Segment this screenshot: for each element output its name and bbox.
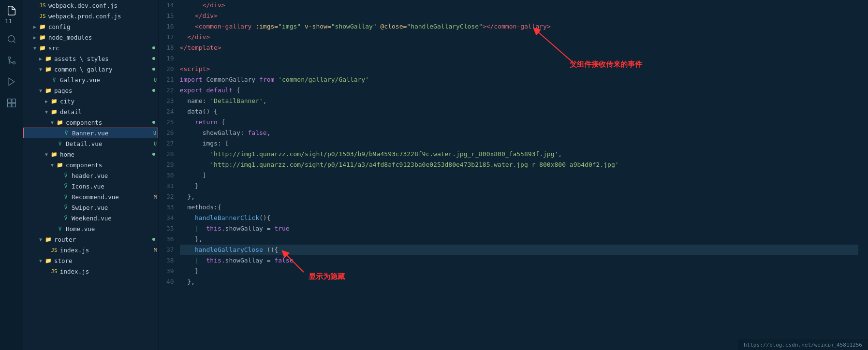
chevron-placeholder — [54, 204, 62, 211]
vue-icon: V̈ — [56, 225, 64, 233]
chevron-placeholder — [54, 172, 62, 179]
sidebar-item-detail[interactable]: ▼ 📁 detail — [23, 106, 158, 117]
sidebar-item-icons-vue[interactable]: V̈ Icons.vue — [23, 181, 158, 191]
sidebar-item-swiper-vue[interactable]: V̈ Swiper.vue — [23, 202, 158, 213]
sidebar-item-components-home[interactable]: ▼ 📁 components — [23, 160, 158, 170]
vue-icon: V̈ — [62, 172, 70, 179]
files-icon[interactable] — [5, 4, 18, 17]
sidebar-item-label: components — [66, 119, 152, 126]
code-line: <common-gallary :imgs="imgs" v-show="sho… — [180, 21, 858, 32]
folder-icon: 📁 — [44, 235, 52, 243]
modified-dot — [152, 46, 155, 49]
folder-icon: 📁 — [44, 65, 52, 73]
folder-icon: 📁 — [39, 44, 46, 52]
code-line: 'http://img1.qunarzz.com/sight/p0/1411/a… — [180, 160, 858, 170]
code-line: data() { — [180, 106, 858, 117]
modified-dot — [152, 121, 155, 124]
vue-icon: V̈ — [62, 193, 70, 201]
chevron-placeholder — [48, 140, 56, 147]
badge-m: M — [152, 194, 158, 200]
folder-icon: 📁 — [39, 33, 46, 41]
chevron-placeholder — [43, 246, 50, 254]
git-icon[interactable] — [5, 54, 18, 67]
svg-point-3 — [8, 57, 11, 59]
sidebar-item-webpack-prod[interactable]: JS webpack.prod.conf.js — [23, 11, 158, 21]
sidebar-item-label: config — [48, 23, 158, 30]
sidebar-item-label: Home.vue — [66, 225, 158, 233]
folder-icon: 📁 — [44, 257, 52, 264]
sidebar-item-recommend-vue[interactable]: V̈ Recommend.vue M — [23, 191, 158, 202]
sidebar-item-node-modules[interactable]: ▶ 📁 node_modules — [23, 32, 158, 43]
sidebar-item-label: index.js — [60, 268, 158, 275]
sidebar-item-store[interactable]: ▼ 📁 store — [23, 255, 158, 266]
code-line: }, — [180, 277, 858, 287]
sidebar-item-common-gallary[interactable]: ▼ 📁 common \ gallary — [23, 64, 158, 74]
statusbar: https://blog.csdn.net/weixin_45811256 — [738, 339, 868, 350]
vue-icon: V̈ — [56, 140, 64, 147]
folder-icon: 📁 — [39, 23, 46, 30]
chevron-down-icon: ▼ — [37, 235, 44, 243]
vue-icon: V̈ — [62, 182, 70, 190]
sidebar-item-src[interactable]: ▼ 📁 src — [23, 43, 158, 53]
code-line: }, — [180, 234, 858, 245]
js-icon: JS — [50, 267, 58, 275]
folder-icon: 📁 — [50, 150, 58, 158]
vue-icon: V̈ — [62, 214, 70, 222]
sidebar-item-home[interactable]: ▼ 📁 home — [23, 149, 158, 160]
line-numbers: 1415161718 1920212223 2425262728 2930313… — [159, 0, 180, 287]
sidebar-item-label: header.vue — [72, 172, 158, 179]
svg-line-1 — [14, 41, 15, 43]
sidebar-item-components-detail[interactable]: ▼ 📁 components — [23, 117, 158, 128]
sidebar-item-router[interactable]: ▼ 📁 router — [23, 234, 158, 245]
vue-icon: V̈ — [62, 204, 70, 211]
code-line: export default { — [180, 85, 858, 96]
sidebar-item-home-vue[interactable]: V̈ Home.vue — [23, 223, 158, 234]
code-line — [180, 53, 858, 64]
sidebar-item-label: node_modules — [48, 34, 158, 41]
sidebar-item-gallary-vue[interactable]: V̈ Gallary.vue U — [23, 74, 158, 85]
chevron-right-icon: ▶ — [31, 33, 39, 41]
chevron-down-icon: ▼ — [48, 118, 56, 126]
debug-icon[interactable] — [5, 75, 18, 88]
sidebar-item-label: pages — [54, 87, 152, 94]
editor[interactable]: 父组件接收传来的事件 显示为隐藏 1415161718 1920212223 2… — [159, 0, 868, 350]
chevron-placeholder — [54, 214, 62, 222]
chevron-placeholder — [55, 129, 62, 137]
code-line: | this.showGallay = true — [180, 223, 858, 234]
code-line: showGallay: false, — [180, 128, 858, 138]
sidebar-item-label: router — [54, 236, 152, 243]
sidebar-item-label: Weekend.vue — [72, 215, 158, 222]
sidebar-item-weekend-vue[interactable]: V̈ Weekend.vue — [23, 213, 158, 223]
badge-m: M — [152, 248, 158, 253]
badge-u: U — [152, 141, 158, 146]
chevron-placeholder — [43, 267, 50, 275]
folder-icon: 📁 — [44, 87, 52, 94]
sidebar-item-router-index[interactable]: JS index.js M — [23, 245, 158, 255]
statusbar-url: https://blog.csdn.net/weixin_45811256 — [744, 342, 862, 348]
sidebar-item-webpack-dev[interactable]: JS webpack.dev.conf.js — [23, 0, 158, 11]
sidebar-item-banner-vue[interactable]: V̈ Banner.vue U — [23, 128, 158, 138]
chevron-down-icon: ▼ — [37, 87, 44, 94]
sidebar-item-label: index.js — [60, 247, 150, 254]
sidebar-item-assets[interactable]: ▶ 📁 assets \ styles — [23, 53, 158, 64]
sidebar-item-header-vue[interactable]: V̈ header.vue — [23, 170, 158, 181]
sidebar-item-detail-vue[interactable]: V̈ Detail.vue U — [23, 138, 158, 149]
chevron-right-icon: ▶ — [31, 23, 39, 30]
code-line: name: 'DetailBanner', — [180, 96, 858, 106]
svg-point-0 — [8, 36, 15, 42]
sidebar-item-city[interactable]: ▶ 📁 city — [23, 96, 158, 106]
badge-u: U — [152, 77, 158, 83]
sidebar-item-label: common \ gallary — [54, 66, 152, 73]
sidebar-item-pages[interactable]: ▼ 📁 pages — [23, 85, 158, 96]
search-icon[interactable] — [5, 32, 18, 46]
sidebar-item-label: Banner.vue — [72, 130, 150, 137]
chevron-right-icon: ▶ — [43, 97, 50, 105]
folder-icon: 📁 — [44, 55, 52, 62]
extensions-icon[interactable] — [5, 96, 18, 110]
sidebar-item-config[interactable]: ▶ 📁 config — [23, 21, 158, 32]
svg-rect-7 — [8, 103, 12, 107]
modified-dot — [152, 238, 155, 241]
sidebar-item-store-index[interactable]: JS index.js — [23, 266, 158, 277]
code-line: </div> — [180, 32, 858, 43]
chevron-down-icon: ▼ — [43, 108, 50, 116]
